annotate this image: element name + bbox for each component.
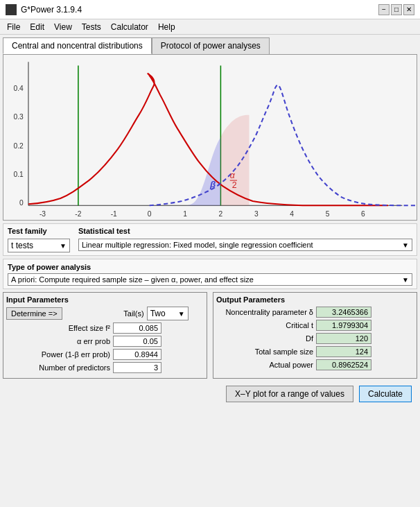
test-family-label: Test family <box>8 227 70 235</box>
main-content: Central and noncentral distributions Pro… <box>0 35 420 409</box>
statistical-test-label: Statistical test <box>78 227 412 235</box>
df-value: 120 <box>316 333 371 344</box>
menu-calculator[interactable]: Calculator <box>107 21 152 33</box>
tails-arrow-icon: ▼ <box>178 310 185 318</box>
input-params-title: Input Parameters <box>6 295 204 304</box>
svg-text:0: 0 <box>19 199 24 207</box>
actual-power-label: Actual power <box>216 361 313 369</box>
tab-distributions[interactable]: Central and noncentral distributions <box>3 37 152 54</box>
noncentrality-label: Noncentrality parameter δ <box>216 308 313 316</box>
distribution-chart: 0 0.1 0.2 0.3 0.4 -3 -2 -1 0 1 2 3 4 5 6 <box>3 55 417 220</box>
svg-text:-1: -1 <box>111 210 117 218</box>
minimize-button[interactable]: − <box>378 4 390 15</box>
power-label: Power (1-β err prob) <box>34 350 110 359</box>
svg-text:0.3: 0.3 <box>13 113 24 121</box>
svg-text:-3: -3 <box>40 210 46 218</box>
critical-t-out-label: Critical t <box>216 321 313 329</box>
svg-text:-2: -2 <box>75 210 81 218</box>
svg-text:0: 0 <box>148 210 152 218</box>
menu-view[interactable]: View <box>50 21 76 33</box>
critical-t-row: Critical t 1.9799304 <box>216 320 414 331</box>
output-parameters-panel: Output Parameters Noncentrality paramete… <box>213 292 417 379</box>
input-parameters-panel: Input Parameters Determine => Tail(s) Tw… <box>3 292 207 379</box>
svg-text:0.1: 0.1 <box>13 171 24 178</box>
app-title: G*Power 3.1.9.4 <box>21 5 82 15</box>
menu-edit[interactable]: Edit <box>26 21 49 33</box>
effect-size-row: Effect size f² 0.085 <box>6 323 204 334</box>
bottom-bar: X–Y plot for a range of values Calculate <box>3 381 417 406</box>
total-sample-label: Total sample size <box>216 347 313 356</box>
determine-button[interactable]: Determine => <box>6 307 65 320</box>
svg-text:2: 2 <box>219 210 223 218</box>
close-button[interactable]: ✕ <box>403 4 414 15</box>
tails-row: Determine => Tail(s) Two ▼ <box>6 307 204 320</box>
alpha-err-label: α err prob <box>34 337 110 345</box>
svg-text:2: 2 <box>232 180 237 190</box>
power-analysis-label: Type of power analysis <box>8 263 91 271</box>
effect-size-input[interactable]: 0.085 <box>113 323 161 334</box>
svg-text:α: α <box>230 171 236 180</box>
svg-text:1: 1 <box>183 210 187 218</box>
test-selection-section: Test family t tests ▼ Statistical test L… <box>3 223 417 256</box>
parameters-section: Input Parameters Determine => Tail(s) Tw… <box>3 292 417 379</box>
test-family-dropdown[interactable]: t tests ▼ <box>8 239 70 252</box>
effect-size-label: Effect size f² <box>34 324 110 332</box>
predictors-input[interactable]: 3 <box>113 362 161 373</box>
svg-text:0.4: 0.4 <box>13 85 24 92</box>
df-row: Df 120 <box>216 333 414 344</box>
svg-text:β: β <box>209 179 216 189</box>
df-label: Df <box>216 334 313 343</box>
critical-t-out-value: 1.9799304 <box>316 320 371 331</box>
tails-dropdown[interactable]: Two ▼ <box>147 307 189 320</box>
predictors-label: Number of predictors <box>34 363 110 372</box>
svg-text:0.2: 0.2 <box>13 141 24 149</box>
statistical-test-dropdown[interactable]: Linear multiple regression: Fixed model,… <box>78 239 412 251</box>
actual-power-row: Actual power 0.8962524 <box>216 359 414 370</box>
test-family-arrow-icon: ▼ <box>60 242 67 250</box>
actual-power-value: 0.8962524 <box>316 359 371 370</box>
window-controls: − □ ✕ <box>378 4 414 15</box>
calculate-button[interactable]: Calculate <box>359 386 412 402</box>
stat-test-arrow-icon: ▼ <box>402 241 409 249</box>
power-analysis-section: Type of power analysis A priori: Compute… <box>3 259 417 289</box>
tails-label: Tail(s) <box>68 309 144 318</box>
alpha-err-row: α err prob 0.05 <box>6 336 204 347</box>
tabs-row: Central and noncentral distributions Pro… <box>3 37 417 54</box>
title-bar: G*Power 3.1.9.4 − □ ✕ <box>0 0 420 19</box>
output-params-title: Output Parameters <box>216 295 414 304</box>
power-row: Power (1-β err prob) 0.8944 <box>6 349 204 360</box>
menu-tests[interactable]: Tests <box>78 21 105 33</box>
power-type-arrow-icon: ▼ <box>402 276 409 284</box>
power-analysis-dropdown[interactable]: A priori: Compute required sample size –… <box>8 273 412 286</box>
noncentrality-value: 3.2465366 <box>316 307 371 318</box>
svg-text:6: 6 <box>361 210 365 218</box>
menu-bar: File Edit View Tests Calculator Help <box>0 19 420 35</box>
alpha-err-input[interactable]: 0.05 <box>113 336 161 347</box>
xy-plot-button[interactable]: X–Y plot for a range of values <box>226 386 353 402</box>
noncentrality-row: Noncentrality parameter δ 3.2465366 <box>216 307 414 318</box>
app-icon <box>6 4 17 15</box>
svg-text:3: 3 <box>254 210 259 218</box>
menu-help[interactable]: Help <box>154 21 180 33</box>
maximize-button[interactable]: □ <box>391 4 402 15</box>
chart-area: critical t = 1.97993 0 0.1 0.2 0.3 0.4 -… <box>3 54 417 221</box>
menu-file[interactable]: File <box>3 21 24 33</box>
svg-text:4: 4 <box>290 210 294 218</box>
power-input[interactable]: 0.8944 <box>113 349 161 360</box>
predictors-row: Number of predictors 3 <box>6 362 204 373</box>
tab-protocol[interactable]: Protocol of power analyses <box>152 37 270 54</box>
total-sample-row: Total sample size 124 <box>216 346 414 357</box>
svg-text:5: 5 <box>326 210 330 218</box>
total-sample-value: 124 <box>316 346 371 357</box>
